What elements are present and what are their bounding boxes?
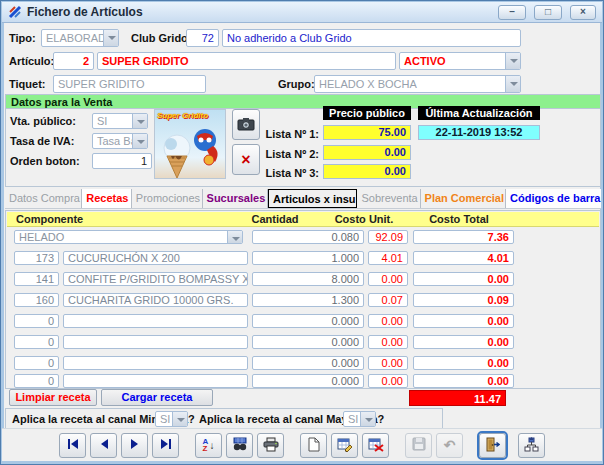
mayorista-select[interactable]: SI [343, 411, 376, 427]
tab-codigos-de-barra[interactable]: Códigos de barra [506, 189, 601, 208]
maximize-button[interactable]: □ [534, 5, 562, 20]
componente-select[interactable]: HELADO [14, 230, 243, 244]
vta-publico-select[interactable]: SI [92, 113, 148, 129]
componente-id-field[interactable]: 160 [14, 293, 59, 307]
componente-desc-field[interactable] [63, 356, 248, 370]
venta-panel: Datos para la Venta Vta. público: SI Tas… [5, 94, 601, 187]
componente-id-field[interactable]: 0 [14, 335, 59, 349]
sort-az-icon: AZ ↓ [203, 438, 215, 452]
chevron-down-icon [360, 412, 375, 426]
tipo-label: Tipo: [9, 32, 36, 44]
tab-datos-compra[interactable]: Datos Compra [5, 189, 82, 208]
col-costo-unit: Costo Unit. [314, 212, 414, 227]
next-record-button[interactable] [121, 433, 148, 458]
lista3-label: Lista Nº 3: [264, 167, 319, 179]
minorista-value: SI [160, 413, 170, 425]
cantidad-field[interactable]: 0.000 [252, 314, 364, 328]
tipo-select[interactable]: ELABORADO [41, 29, 119, 47]
undo-button: ↶ [436, 433, 463, 458]
precio-lista1-field[interactable]: 75.00 [323, 125, 411, 140]
save-record-button [405, 433, 432, 458]
tasa-iva-select[interactable]: Tasa Básica [92, 133, 148, 149]
componente-id-field[interactable]: 0 [14, 374, 59, 388]
costo-total-field: 0.00 [413, 272, 514, 286]
new-record-button[interactable] [300, 433, 327, 458]
cantidad-field[interactable]: 0.000 [252, 356, 364, 370]
estado-select[interactable]: ACTIVO [399, 52, 521, 70]
cantidad-field[interactable]: 0.000 [252, 335, 364, 349]
minorista-select[interactable]: SI [155, 411, 188, 427]
limpiar-receta-button[interactable]: Limpiar receta [9, 389, 97, 406]
cantidad-field[interactable]: 1.000 [252, 251, 364, 265]
cantidad-field[interactable]: 8.000 [252, 272, 364, 286]
tab-recetas[interactable]: Recetas [82, 189, 132, 208]
componente-id-field[interactable]: 173 [14, 251, 59, 265]
chevron-down-icon [132, 114, 147, 128]
sort-button[interactable]: AZ ↓ [195, 433, 222, 458]
componente-desc-field[interactable] [63, 314, 248, 328]
previous-record-icon [97, 438, 111, 452]
tiquet-label: Tiquet: [9, 78, 45, 90]
costo-total-field: 0.00 [413, 356, 514, 370]
tab-plan-comercial[interactable]: Plan Comercial [421, 189, 506, 208]
costo-unit-field: 4.01 [368, 251, 408, 265]
orden-boton-field[interactable]: 1 [92, 153, 152, 169]
next-record-icon [128, 438, 142, 452]
chevron-down-icon [132, 134, 147, 148]
costo-unit-field: 0.00 [368, 356, 408, 370]
componente-desc-field[interactable] [63, 374, 248, 388]
componente-desc-field[interactable]: CONFITE P/GRIDITO BOMPASSY X 1000 GR [63, 272, 248, 286]
costo-unit-field: 0.00 [368, 374, 408, 388]
tab-promociones[interactable]: Promociones [132, 189, 203, 208]
grupo-label: Grupo: [278, 78, 315, 90]
close-button[interactable]: × [570, 5, 596, 20]
costo-total-field: 0.00 [413, 374, 514, 388]
titlebar[interactable]: Fichero de Artículos – □ × [2, 2, 602, 23]
cantidad-field[interactable]: 0.000 [252, 374, 364, 388]
tiquet-field[interactable]: SUPER GRIDITO [53, 75, 206, 93]
chevron-down-icon [505, 76, 520, 92]
club-grido-status-field[interactable]: No adherido a Club Grido [222, 29, 521, 47]
precio-lista3-field[interactable]: 0.00 [323, 164, 411, 179]
undo-arrow-icon: ↶ [444, 438, 456, 452]
hierarchy-up-icon [524, 437, 539, 454]
search-button[interactable] [226, 433, 253, 458]
componente-desc-field[interactable] [63, 335, 248, 349]
precio-publico-header: Precio público [323, 106, 411, 120]
delete-record-button[interactable] [362, 433, 389, 458]
previous-record-button[interactable] [90, 433, 117, 458]
grupo-select[interactable]: HELADO X BOCHA [314, 75, 521, 93]
print-button[interactable] [257, 433, 284, 458]
minimize-button[interactable]: – [498, 5, 526, 20]
costo-unit-field: 92.09 [368, 230, 408, 244]
copy-structure-button[interactable] [518, 433, 545, 458]
edit-record-button[interactable] [331, 433, 358, 458]
componente-desc-field[interactable]: CUCURUCHÓN X 200 [63, 251, 248, 265]
ultima-actualizacion-header: Última Actualización [418, 106, 540, 120]
articulo-name-field[interactable]: SUPER GRIDITO [97, 52, 396, 70]
cargar-receta-anterior-button[interactable]: Cargar receta anterior [101, 389, 213, 406]
last-record-button[interactable] [152, 433, 179, 458]
new-document-icon [307, 437, 320, 454]
edit-table-icon [337, 437, 353, 454]
componente-id-field[interactable]: 141 [14, 272, 59, 286]
articulo-code-field[interactable]: 2 [53, 52, 94, 70]
cantidad-field[interactable]: 1.300 [252, 293, 364, 307]
exit-button[interactable] [479, 433, 506, 458]
componente-desc-field[interactable]: CUCHARITA GRIDO 10000 GRS. [63, 293, 248, 307]
tab-articulos-x-insu[interactable]: Articulos x insu [268, 189, 357, 208]
take-photo-button[interactable] [232, 109, 260, 140]
tab-sucursales[interactable]: Sucursales [203, 189, 268, 208]
col-componente: Componente [16, 212, 83, 227]
remove-photo-button[interactable]: × [232, 144, 260, 175]
last-record-icon [159, 438, 173, 452]
delete-table-icon [368, 437, 384, 454]
precio-lista2-field[interactable]: 0.00 [323, 145, 411, 160]
costo-total-field: 7.36 [413, 230, 514, 244]
first-record-button[interactable] [59, 433, 86, 458]
componente-id-field[interactable]: 0 [14, 356, 59, 370]
tab-sobreventa[interactable]: Sobreventa [357, 189, 420, 208]
club-grido-code-field[interactable]: 72 [186, 29, 219, 47]
cantidad-field[interactable]: 0.080 [252, 230, 364, 244]
componente-id-field[interactable]: 0 [14, 314, 59, 328]
